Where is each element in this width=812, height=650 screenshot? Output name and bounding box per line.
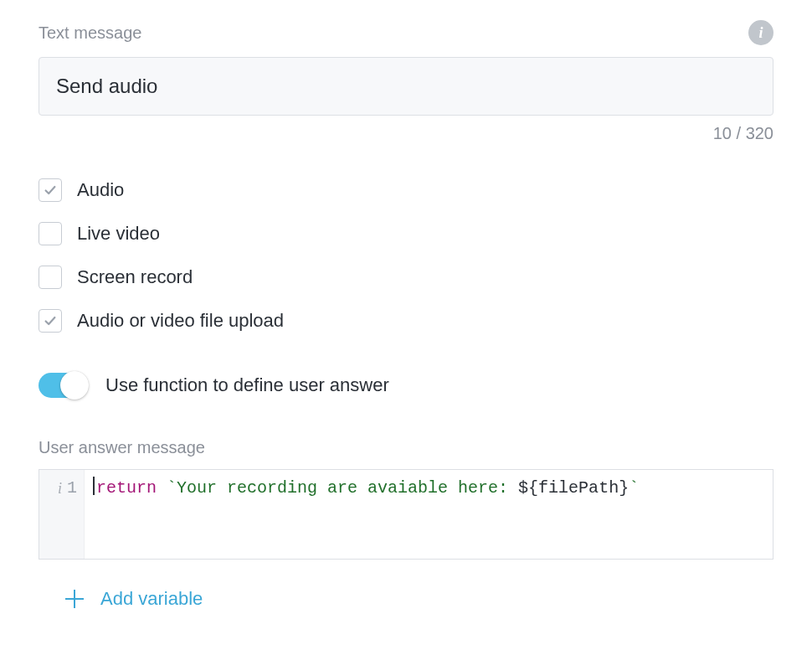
option-label-audio: Audio xyxy=(77,179,124,201)
option-label-live-video: Live video xyxy=(77,223,160,245)
recording-options: AudioLive videoScreen recordAudio or vid… xyxy=(39,178,773,333)
add-variable-label: Add variable xyxy=(100,590,203,608)
user-answer-code-editor[interactable]: i 1 return `Your recording are avaiable … xyxy=(39,469,773,560)
toggle-knob xyxy=(60,371,89,400)
option-screen-record[interactable]: Screen record xyxy=(39,266,773,289)
use-function-toggle-row: Use function to define user answer xyxy=(39,373,773,398)
text-message-limit: 320 xyxy=(746,124,773,142)
text-message-label: Text message xyxy=(39,23,141,43)
checkbox-live-video[interactable] xyxy=(39,222,62,245)
option-live-video[interactable]: Live video xyxy=(39,222,773,245)
text-message-header: Text message i xyxy=(39,20,773,45)
checkbox-file-upload[interactable] xyxy=(39,309,62,333)
code-keyword: return xyxy=(96,478,157,498)
form-panel: Text message i Send audio 10 / 320 Audio… xyxy=(0,0,812,608)
text-message-count: 10 xyxy=(713,124,732,142)
checkbox-audio[interactable] xyxy=(39,178,62,202)
gutter-line-1: i 1 xyxy=(39,475,84,502)
info-icon[interactable]: i xyxy=(748,20,773,45)
code-area[interactable]: return `Your recording are avaiable here… xyxy=(85,470,773,559)
text-cursor xyxy=(93,477,95,495)
text-message-value: Send audio xyxy=(56,75,157,98)
plus-icon xyxy=(65,590,84,608)
code-gutter: i 1 xyxy=(39,470,85,559)
option-audio[interactable]: Audio xyxy=(39,178,773,202)
add-variable-button[interactable]: Add variable xyxy=(39,590,773,608)
option-label-file-upload: Audio or video file upload xyxy=(77,310,284,332)
use-function-label: Use function to define user answer xyxy=(105,374,389,396)
code-template-expr: ${filePath} xyxy=(518,478,629,498)
user-answer-label: User answer message xyxy=(39,438,773,457)
code-string-close: ` xyxy=(629,478,639,498)
line-number: 1 xyxy=(67,475,77,502)
use-function-toggle[interactable] xyxy=(39,373,87,398)
option-file-upload[interactable]: Audio or video file upload xyxy=(39,309,773,333)
checkbox-screen-record[interactable] xyxy=(39,266,62,289)
option-label-screen-record: Screen record xyxy=(77,266,193,288)
lint-info-icon: i xyxy=(58,475,62,502)
text-message-counter: 10 / 320 xyxy=(39,124,773,143)
code-string-open: `Your recording are avaiable here: xyxy=(167,478,518,498)
text-message-input[interactable]: Send audio xyxy=(39,57,773,116)
